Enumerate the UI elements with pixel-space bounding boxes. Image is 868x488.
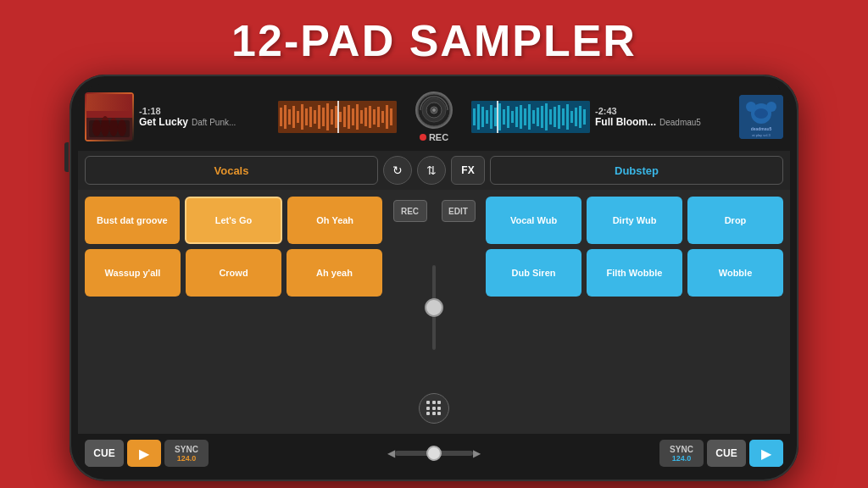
- pad-ah-yeah[interactable]: Ah yeah: [287, 249, 382, 297]
- transport-center: ◀ ▶: [387, 447, 481, 459]
- category-btn-left[interactable]: Vocals: [85, 156, 378, 185]
- play-btn-left[interactable]: ▶: [127, 440, 161, 467]
- deck-right: -2:43 Full Bloom... Deadmau5 deadmau5: [471, 95, 783, 139]
- rec-edit-row: REC EDIT: [387, 200, 481, 222]
- svg-rect-17: [318, 105, 320, 129]
- svg-rect-50: [507, 106, 509, 128]
- svg-rect-16: [314, 110, 316, 124]
- phone-device: -1:18 Get Lucky Daft Punk...: [70, 75, 798, 481]
- grid-button[interactable]: [419, 393, 449, 424]
- waveform-left: [278, 101, 397, 133]
- pad-dirty-wub[interactable]: Dirty Wub: [587, 197, 682, 244]
- pad-bust-dat-groove[interactable]: Bust dat groove: [85, 197, 180, 244]
- svg-rect-28: [364, 108, 367, 126]
- svg-rect-44: [481, 107, 484, 127]
- svg-rect-26: [356, 104, 359, 130]
- vinyl-icon[interactable]: [415, 92, 453, 129]
- track-time-right: -2:43: [595, 106, 734, 116]
- pad-vocal-wub[interactable]: Vocal Wub: [486, 197, 581, 244]
- track-title-left: Get Lucky: [139, 116, 188, 128]
- cue-btn-right[interactable]: CUE: [707, 440, 746, 467]
- svg-rect-10: [288, 109, 291, 125]
- cue-btn-left[interactable]: CUE: [85, 440, 124, 467]
- deck-left: -1:18 Get Lucky Daft Punk...: [85, 92, 397, 141]
- svg-rect-14: [305, 108, 308, 125]
- rec-button[interactable]: REC: [393, 200, 427, 222]
- deck-row: -1:18 Get Lucky Daft Punk...: [78, 83, 790, 151]
- svg-point-4: [109, 118, 118, 136]
- track-title-right: Full Bloom...: [595, 116, 656, 128]
- svg-point-72: [746, 102, 756, 112]
- bpm-left: 124.0: [177, 454, 197, 463]
- svg-rect-18: [322, 108, 325, 126]
- svg-rect-52: [515, 107, 518, 127]
- arrow-left-icon: ◀: [387, 447, 395, 459]
- svg-rect-47: [494, 108, 497, 126]
- bpm-right: 124.0: [672, 454, 692, 463]
- svg-rect-59: [545, 103, 548, 130]
- crossfader-vertical[interactable]: [432, 265, 436, 350]
- transport-row: CUE ▶ SYNC 124.0 ◀ ▶ SYNC 124.0: [78, 434, 790, 473]
- pad-dub-siren[interactable]: Dub Siren: [486, 249, 581, 297]
- album-art-right: deadmau5 at play vol.3: [739, 95, 783, 139]
- svg-rect-30: [373, 109, 376, 125]
- track-info-left: -1:18 Get Lucky Daft Punk...: [139, 106, 273, 128]
- sync-btn-left[interactable]: SYNC 124.0: [164, 440, 209, 467]
- svg-rect-8: [280, 108, 282, 126]
- rec-label: REC: [429, 132, 448, 142]
- svg-rect-51: [511, 111, 514, 123]
- eq-btn[interactable]: ⇅: [417, 156, 446, 185]
- svg-rect-20: [331, 109, 333, 125]
- svg-rect-24: [348, 105, 350, 129]
- svg-rect-11: [292, 106, 295, 128]
- svg-point-73: [766, 102, 776, 112]
- pads-row-bottom-left: Wassup y'all Crowd Ah yeah: [85, 249, 382, 297]
- svg-rect-19: [326, 103, 329, 130]
- crossfader-horizontal[interactable]: [395, 451, 473, 456]
- svg-rect-67: [579, 106, 581, 128]
- svg-point-40: [432, 108, 436, 112]
- svg-rect-46: [490, 105, 492, 129]
- svg-rect-49: [503, 109, 505, 125]
- svg-rect-55: [528, 104, 531, 130]
- sync-btn-right[interactable]: SYNC 124.0: [659, 440, 704, 467]
- transport-left: CUE ▶ SYNC 124.0: [85, 440, 384, 467]
- fx-btn[interactable]: FX: [451, 156, 485, 185]
- svg-rect-27: [360, 110, 363, 124]
- play-btn-right[interactable]: ▶: [749, 440, 783, 467]
- pad-filth-wobble[interactable]: Filth Wobble: [587, 249, 682, 297]
- svg-rect-58: [541, 106, 543, 128]
- pad-oh-yeah[interactable]: Oh Yeah: [287, 197, 382, 244]
- svg-rect-21: [335, 106, 337, 128]
- svg-rect-56: [532, 110, 535, 124]
- svg-rect-12: [297, 111, 299, 123]
- pad-wassup-yall[interactable]: Wassup y'all: [85, 249, 181, 297]
- pad-crowd[interactable]: Crowd: [186, 249, 281, 297]
- svg-rect-22: [339, 112, 342, 122]
- edit-button[interactable]: EDIT: [442, 200, 476, 222]
- track-time-left: -1:18: [139, 106, 273, 116]
- svg-rect-23: [343, 107, 346, 127]
- controls-row: Vocals ↻ ⇅ FX Dubstep: [78, 151, 790, 190]
- svg-rect-1: [86, 118, 132, 140]
- pad-lets-go[interactable]: Let's Go: [185, 197, 283, 244]
- svg-rect-9: [284, 105, 287, 129]
- svg-rect-68: [583, 109, 586, 125]
- pads-left: Bust dat groove Let's Go Oh Yeah Wassup …: [85, 197, 382, 427]
- svg-rect-48: [498, 103, 501, 130]
- track-artist-right: Deadmau5: [659, 118, 701, 127]
- crossfader-horiz-thumb[interactable]: [426, 446, 442, 461]
- svg-rect-29: [369, 106, 371, 128]
- refresh-btn[interactable]: ↻: [383, 156, 412, 185]
- svg-point-2: [92, 119, 101, 136]
- rec-badge: REC: [420, 132, 448, 142]
- category-btn-right[interactable]: Dubstep: [490, 156, 783, 185]
- crossfader-thumb[interactable]: [425, 298, 443, 317]
- track-info-right: -2:43 Full Bloom... Deadmau5: [595, 106, 734, 128]
- pads-area: Bust dat groove Let's Go Oh Yeah Wassup …: [78, 190, 790, 434]
- pads-row-top-left: Bust dat groove Let's Go Oh Yeah: [85, 197, 382, 244]
- pad-drop[interactable]: Drop: [687, 197, 783, 244]
- pads-row-top-right: Vocal Wub Dirty Wub Drop: [486, 197, 783, 244]
- pad-wobble[interactable]: Wobble: [687, 249, 783, 297]
- center-controls: REC EDIT: [387, 197, 481, 427]
